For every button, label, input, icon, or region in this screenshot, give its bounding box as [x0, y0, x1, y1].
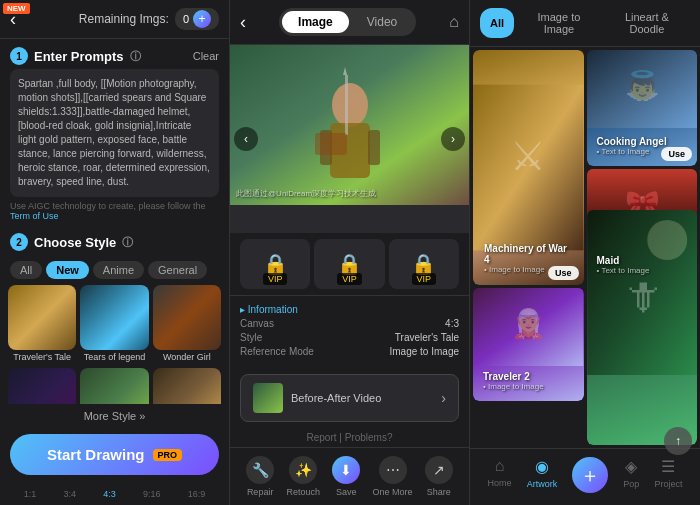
tab-image-to-image[interactable]: Image to Image — [518, 8, 600, 38]
mid-toolbar: 🔧 Repair ✨ Retouch ⬇ Save ⋯ One More ↗ S… — [230, 447, 469, 505]
mid-back-button[interactable]: ‹ — [240, 12, 246, 33]
style-name: Traveler's Tale — [8, 350, 76, 364]
gallery-grid: ⚔ Machinery of War 4 • Image to Image Us… — [470, 47, 700, 448]
terms-link[interactable]: Term of Use — [10, 211, 59, 221]
home-icon[interactable]: ⌂ — [449, 13, 459, 31]
vip-item-2[interactable]: 🔒 VIP — [314, 239, 384, 289]
tab-new[interactable]: New — [46, 261, 89, 279]
start-drawing-button[interactable]: Start Drawing PRO — [10, 434, 219, 475]
before-after-button[interactable]: Before-After Video › — [240, 374, 459, 422]
svg-text:🗡: 🗡 — [622, 274, 662, 318]
image-caption: 此图通过@UniDream深度学习技术生成 — [236, 188, 376, 199]
info-header-row: ▸ Information — [240, 304, 459, 315]
clear-button[interactable]: Clear — [193, 50, 219, 62]
retouch-button[interactable]: ✨ Retouch — [286, 456, 320, 497]
save-label: Save — [336, 487, 357, 497]
one-more-icon: ⋯ — [379, 456, 407, 484]
section2-num: 2 — [10, 233, 28, 251]
prompt-text: Spartan ,full body, [[Motion photography… — [18, 78, 210, 187]
svg-text:🧝: 🧝 — [511, 307, 546, 340]
pop-nav-icon: ◈ — [625, 457, 637, 476]
gallery-item-cooking-angel[interactable]: 👼 Cooking Angel • Text to Image Use — [587, 50, 698, 166]
section1-title: Enter Prompts — [34, 49, 124, 64]
remaining-imgs: Remaining Imgs: 0 + — [79, 8, 219, 30]
tab-video[interactable]: Video — [351, 11, 413, 33]
retouch-label: Retouch — [286, 487, 320, 497]
save-button[interactable]: ⬇ Save — [332, 456, 360, 497]
project-nav-label: Project — [654, 479, 682, 489]
prev-image-button[interactable]: ‹ — [234, 127, 258, 151]
vip-item-1[interactable]: 🔒 VIP — [240, 239, 310, 289]
start-drawing-label: Start Drawing — [47, 446, 145, 463]
main-image-area: 此图通过@UniDream深度学习技术生成 ‹ › — [230, 45, 469, 233]
gallery-title: Machinery of War 4 — [484, 243, 573, 265]
ratio-4-3[interactable]: 4:3 — [103, 489, 116, 499]
prompts-info-icon[interactable]: ⓘ — [130, 49, 141, 64]
gallery-item-5[interactable]: 🗡 — [587, 210, 698, 445]
style-info-icon[interactable]: ⓘ — [122, 235, 133, 250]
ratio-9-16[interactable]: 9:16 — [143, 489, 161, 499]
svg-rect-7 — [315, 133, 347, 155]
vip-item-3[interactable]: 🔒 VIP — [389, 239, 459, 289]
nav-fab[interactable]: ＋ — [572, 457, 608, 497]
style-name: Wonder Girl — [153, 350, 221, 364]
prompt-textarea[interactable]: Spartan ,full body, [[Motion photography… — [10, 69, 219, 197]
save-icon: ⬇ — [332, 456, 360, 484]
list-item[interactable]: NEW Traveler's Tale — [8, 285, 76, 364]
list-item[interactable]: Toy Brick — [153, 368, 221, 404]
reference-row: Reference Mode Image to Image — [240, 346, 459, 357]
style-value: Traveler's Tale — [395, 332, 459, 343]
tab-general[interactable]: General — [148, 261, 207, 279]
style-row: Style Traveler's Tale — [240, 332, 459, 343]
pro-badge: PRO — [153, 449, 183, 461]
add-imgs-button[interactable]: + — [193, 10, 211, 28]
svg-rect-4 — [368, 130, 380, 165]
list-item[interactable]: NEW Wonder Girl — [153, 285, 221, 364]
repair-icon: 🔧 — [246, 456, 274, 484]
right-bottom-nav: ⌂ Home ◉ Artwork ＋ ◈ Pop ☰ Project ↑ — [470, 448, 700, 505]
list-item[interactable]: NEW Tears of legend — [80, 285, 148, 364]
svg-text:⚔: ⚔ — [510, 134, 546, 179]
list-item[interactable]: Animal Oasis — [80, 368, 148, 404]
gallery-subtitle: • Text to Image — [597, 147, 667, 156]
tab-anime[interactable]: Anime — [93, 261, 144, 279]
right-header: All Image to Image Lineart & Doodle — [470, 0, 700, 47]
ratio-3-4[interactable]: 3:4 — [63, 489, 76, 499]
tab-lineart-doodle[interactable]: Lineart & Doodle — [604, 8, 690, 38]
info-section: ▸ Information Canvas 4:3 Style Traveler'… — [230, 295, 469, 368]
nav-project[interactable]: ☰ Project — [654, 457, 682, 497]
tab-image[interactable]: Image — [282, 11, 349, 33]
more-style-button[interactable]: More Style » — [10, 410, 219, 422]
before-after-content: Before-After Video — [253, 383, 381, 413]
svg-point-1 — [332, 83, 368, 127]
chevron-right-icon: › — [441, 390, 446, 406]
fab-add-button[interactable]: ＋ — [572, 457, 608, 493]
ratio-1-1[interactable]: 1:1 — [24, 489, 37, 499]
enter-prompts-section: 1 Enter Prompts ⓘ Clear — [0, 39, 229, 69]
nav-home[interactable]: ⌂ Home — [488, 457, 512, 497]
gallery-item-machinery[interactable]: ⚔ Machinery of War 4 • Image to Image Us… — [473, 50, 584, 285]
nav-artwork[interactable]: ◉ Artwork — [527, 457, 558, 497]
remaining-badge: 0 + — [175, 8, 219, 30]
share-button[interactable]: ↗ Share — [425, 456, 453, 497]
gallery-subtitle: • Image to Image — [484, 265, 573, 274]
ratio-16-9[interactable]: 16:9 — [188, 489, 206, 499]
aigc-notice: Use AIGC technology to create, please fo… — [0, 197, 229, 225]
aspect-ratio-row: 1:1 3:4 4:3 9:16 16:9 — [0, 485, 229, 505]
svg-text:👼: 👼 — [624, 69, 659, 102]
next-image-button[interactable]: › — [441, 127, 465, 151]
list-item[interactable]: Island Survival — [8, 368, 76, 404]
repair-button[interactable]: 🔧 Repair — [246, 456, 274, 497]
reference-value: Image to Image — [390, 346, 459, 357]
middle-panel: ‹ Image Video ⌂ — [230, 0, 470, 505]
one-more-button[interactable]: ⋯ One More — [373, 456, 413, 497]
info-toggle[interactable]: ▸ Information — [240, 304, 298, 315]
scroll-to-top-button[interactable]: ↑ — [664, 427, 692, 455]
gallery-item-traveler2[interactable]: 🧝 Traveler 2 • Image to Image — [473, 288, 584, 401]
report-link[interactable]: Report | Problems? — [230, 428, 469, 447]
nav-pop[interactable]: ◈ Pop — [623, 457, 639, 497]
tab-all[interactable]: All — [10, 261, 42, 279]
tab-all-right[interactable]: All — [480, 8, 514, 38]
share-label: Share — [427, 487, 451, 497]
left-header: ‹ Remaining Imgs: 0 + — [0, 0, 229, 39]
